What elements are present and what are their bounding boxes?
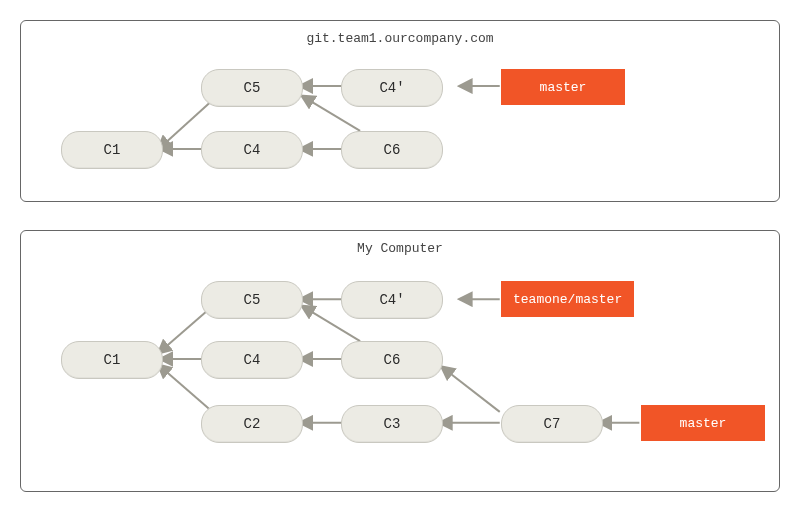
commit-c7: C7	[501, 405, 603, 443]
edges-remote	[21, 21, 779, 201]
commit-c3: C3	[341, 405, 443, 443]
commit-c1: C1	[61, 341, 163, 379]
panel-local-title: My Computer	[21, 241, 779, 256]
ref-teamone-master: teamone/master	[501, 281, 634, 317]
commit-c6: C6	[341, 131, 443, 169]
commit-c5: C5	[201, 281, 303, 319]
commit-c4p: C4'	[341, 281, 443, 319]
commit-c1: C1	[61, 131, 163, 169]
panel-remote-title: git.team1.ourcompany.com	[21, 31, 779, 46]
commit-c4: C4	[201, 341, 303, 379]
commit-c5: C5	[201, 69, 303, 107]
svg-line-14	[442, 367, 500, 412]
ref-master: master	[501, 69, 625, 105]
panel-local: My Computer C1 C5 C4 C2 C4' C6 C3 C7 tea…	[20, 230, 780, 492]
commit-c6: C6	[341, 341, 443, 379]
panel-remote: git.team1.ourcompany.com C1 C5 C4 C6 C4'…	[20, 20, 780, 202]
commit-c4: C4	[201, 131, 303, 169]
ref-master: master	[641, 405, 765, 441]
commit-c4p: C4'	[341, 69, 443, 107]
commit-c2: C2	[201, 405, 303, 443]
